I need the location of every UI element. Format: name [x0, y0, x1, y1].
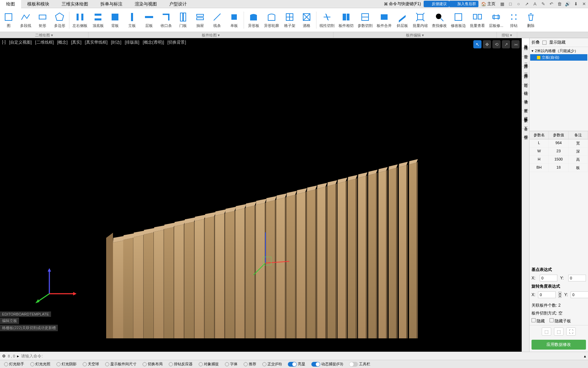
menu-tab-draw[interactable]: 绘图 [0, 0, 21, 9]
vp-mode[interactable]: [真实] [70, 39, 83, 46]
vtab-8[interactable]: 模板参数 [522, 110, 529, 120]
vtab-1[interactable]: 造型 [522, 48, 529, 57]
menu-tab-3d[interactable]: 三维实体绘图 [55, 0, 94, 9]
transform-gizmo[interactable] [252, 229, 293, 283]
circle-icon[interactable]: ○ [514, 1, 523, 7]
ribbon-slant[interactable]: 斜层板 [394, 11, 411, 29]
vtab-0[interactable]: 板件属性 [522, 38, 529, 48]
status-10[interactable]: 正交(F8) [260, 362, 284, 367]
menu-tab-template[interactable]: 模板和模块 [21, 0, 55, 9]
vtab-3[interactable]: 三维刀路 [522, 66, 529, 76]
status-2[interactable]: 灯光阴影 [54, 362, 79, 367]
spin-x[interactable]: ▲▼ [558, 292, 561, 298]
rotation-y-input[interactable] [571, 291, 588, 298]
download-icon[interactable]: ⬇ [572, 1, 580, 7]
ribbon-outline[interactable]: 异形轮廓 [262, 11, 281, 29]
tool-2-icon[interactable]: ⬚ [554, 327, 564, 336]
vtab-5[interactable]: 排钻 [522, 85, 529, 93]
vp-mode[interactable]: [-] [1, 39, 7, 46]
status-7[interactable]: 对象捕捉 [197, 362, 221, 367]
ribbon-rect[interactable]: 矩形 [34, 11, 51, 29]
status-13[interactable]: 工具栏 [347, 362, 372, 367]
pan-tool-icon[interactable]: ✥ [483, 40, 491, 48]
tree-parent[interactable]: ▾ 2米以内格栅（只能减少） [530, 48, 587, 54]
ribbon-shrink[interactable]: 批量内缩 [411, 11, 430, 29]
feedback-button[interactable]: 👤 反馈建议 [424, 1, 449, 7]
ribbon-view[interactable]: 批量查看 [468, 11, 487, 29]
param-row[interactable]: H1500高 [529, 156, 588, 164]
status-8[interactable]: 字体 [223, 362, 240, 367]
hide-checkbox[interactable] [532, 318, 536, 322]
status-4[interactable]: 显示板件间尺寸 [103, 362, 138, 367]
ribbon-shape[interactable]: 异形板 [245, 11, 262, 29]
command-input[interactable] [21, 354, 582, 358]
layout-icon[interactable]: ▦ [498, 1, 506, 7]
ribbon-search[interactable]: 查找修改 [430, 11, 449, 29]
tool-1-icon[interactable]: ⬚ [542, 327, 551, 336]
ribbon-tangent[interactable]: 板件相切 [337, 11, 356, 29]
ribbon-polyline[interactable]: 多段线 [17, 11, 34, 29]
rotation-x-input[interactable] [538, 291, 556, 298]
status-1[interactable]: 灯光光照 [28, 362, 52, 367]
ribbon-grid[interactable]: 格子架 [281, 11, 298, 29]
menu-tab-floorplan[interactable]: 户型设计 [163, 0, 193, 9]
vp-mode[interactable]: [概念] [56, 39, 69, 46]
vtab-10[interactable]: 模型 [522, 129, 529, 137]
ribbon-trash[interactable]: 删除 [522, 11, 539, 29]
ribbon-topbot[interactable]: 顶底板 [89, 11, 107, 29]
param-row[interactable]: L964宽 [529, 139, 588, 148]
ribbon-vert[interactable]: 立板 [124, 11, 141, 29]
ribbon-section[interactable]: 板件绘图 ▾ [88, 32, 333, 38]
status-12[interactable]: 动态捕捉(F3) [309, 362, 345, 367]
ribbon-merge[interactable]: 板件合并 [375, 11, 394, 29]
fullscreen-icon[interactable]: ⛶ [566, 327, 576, 336]
rotate-tool-icon[interactable]: ⟲ [492, 40, 501, 48]
ribbon-layer[interactable]: 层板 [141, 11, 158, 29]
ribbon-section[interactable]: 排钻 ▾ [497, 32, 517, 38]
status-9[interactable]: 推荐 [242, 362, 258, 367]
viewport-3d[interactable]: [-][自定义视图][二维线框][概念][真实][真实带线框][封边][排版面]… [0, 38, 522, 352]
pen-icon[interactable]: ✎ [539, 1, 547, 7]
showhide-checkbox[interactable] [542, 41, 546, 45]
home-button[interactable]: 🏠 主页 [478, 0, 498, 8]
ribbon-drawer[interactable]: 抽屉 [192, 11, 209, 29]
square-icon[interactable]: □ [506, 1, 514, 7]
ribbon-strip[interactable]: 收口条 [158, 11, 175, 29]
param-row[interactable]: W23深 [529, 148, 588, 156]
status-6[interactable]: 排钻反应器 [167, 362, 195, 367]
tree-child[interactable]: 立板(自动) [530, 54, 587, 61]
ribbon-cube[interactable]: 图 [0, 11, 17, 29]
cursor-tool-icon[interactable]: ↖ [473, 40, 481, 48]
sound-icon[interactable]: 🔊 [564, 1, 572, 7]
ribbon-paramcut[interactable]: 参数切割 [356, 11, 375, 29]
gear-icon[interactable]: ⚙ [2, 354, 6, 358]
ribbon-section[interactable]: 板件编辑 ▾ [333, 32, 497, 38]
vp-mode[interactable]: [真实带线框] [83, 39, 109, 46]
vp-mode[interactable]: [二维线框] [34, 39, 55, 46]
delete-icon[interactable]: 🗑 [555, 1, 564, 7]
ribbon-edge[interactable]: 修改板边 [449, 11, 468, 29]
vtab-4[interactable]: 封边 [522, 76, 529, 85]
status-3[interactable]: 天空球 [81, 362, 101, 367]
vtab-6[interactable]: 场景 [522, 93, 529, 102]
undo-icon[interactable]: ↶ [547, 1, 555, 7]
ribbon-linecut[interactable]: 线性切割 [317, 11, 337, 29]
ribbon-section[interactable]: 二维绘图 ▾ [0, 32, 88, 38]
basepoint-x-input[interactable] [540, 275, 557, 281]
vp-mode[interactable]: [概念(透明)] [141, 39, 165, 46]
status-5[interactable]: 切换布局 [141, 362, 165, 367]
vtab-9[interactable]: 五金 [522, 120, 529, 129]
aftersales-button[interactable]: 👤 加入售后群 [449, 1, 478, 7]
param-row[interactable]: BH18板 [529, 164, 588, 172]
ribbon-back[interactable]: 背板 [107, 11, 124, 29]
vtab-7[interactable]: 材质 [522, 102, 529, 110]
hide-sub-checkbox[interactable] [550, 318, 554, 322]
vp-mode[interactable]: [切换背景] [166, 39, 187, 46]
vp-mode[interactable]: [排版面] [124, 39, 141, 46]
ribbon-wine[interactable]: 酒格 [298, 11, 315, 29]
status-0[interactable]: 灯光助手 [2, 362, 26, 367]
ribbon-polygon[interactable]: 多边形 [51, 11, 68, 29]
apply-button[interactable]: 应用数据修改 [532, 340, 586, 350]
close-icon[interactable]: ✕ [580, 1, 588, 7]
ribbon-door[interactable]: 门板 [175, 11, 192, 29]
